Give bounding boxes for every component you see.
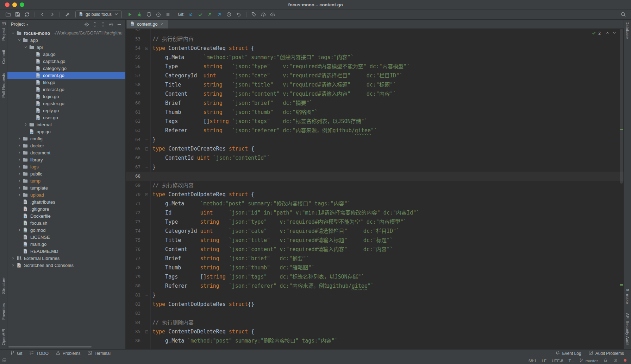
code-line-77[interactable]: 77 Brief string `json:"brief" dc:"摘要"` [126,254,624,263]
tree-item-gitattributes[interactable]: .gitattributes [7,198,125,205]
line-number[interactable]: 72 [126,208,143,217]
toolwindow-button-structure[interactable]: Structure [1,277,6,294]
tree-item-app[interactable]: app [7,37,125,44]
code-line-69[interactable]: 69// 执行修改内容 [126,181,624,190]
git-branch-widget[interactable]: master [579,358,598,363]
open-file-icon[interactable] [4,11,12,19]
code-line-57[interactable]: 57 CategoryId uint `json:"cate" v:"requi… [126,71,624,80]
chevron-right-icon[interactable] [17,178,22,184]
line-number[interactable]: 66 [126,153,143,162]
toolwindow-button-make[interactable]: Mmake [625,287,630,304]
line-number[interactable]: 83 [126,309,143,318]
tree-item-user-go[interactable]: gouser.go [7,114,125,121]
tree-item-template[interactable]: template [7,184,125,191]
toolwindow-button-favorites[interactable]: Favorites [1,303,6,320]
stop-icon[interactable] [163,11,172,19]
code-editor[interactable]: 5253// 执行创建内容54type ContentDoCreateReq s… [126,29,624,349]
line-number[interactable]: 59 [126,89,143,98]
code-line-84[interactable]: 84// 执行删除内容 [126,318,624,327]
code-line-53[interactable]: 53// 执行创建内容 [126,34,624,44]
line-number[interactable]: 61 [126,108,143,117]
tree-item-external-libraries[interactable]: External Libraries [7,255,125,262]
line-number[interactable]: 76 [126,245,143,254]
tree-item-reply-go[interactable]: goreply.go [7,107,125,114]
tree-item-scratches-and-consoles[interactable]: Scratches and Consoles [7,262,125,269]
expand-all-icon[interactable] [91,21,99,28]
toolwindow-button-problems[interactable]: Problems [52,350,84,357]
line-number[interactable]: 82 [126,300,143,309]
outgoing-commits-icon[interactable] [269,11,277,19]
typo-stripe-mark[interactable] [620,129,623,130]
line-number[interactable]: 53 [126,34,143,44]
tree-item-api-go[interactable]: goapi.go [7,51,125,58]
collapse-all-icon[interactable] [99,21,107,28]
code-line-73[interactable]: 73 Type string `json:"type" v:"required#… [126,217,624,226]
chevron-right-icon[interactable] [17,150,22,155]
hide-panel-icon[interactable] [115,21,123,28]
chevron-right-icon[interactable] [17,164,22,170]
fold-marker-icon[interactable] [143,44,150,53]
incoming-commits-icon[interactable] [259,11,268,19]
line-number[interactable]: 69 [126,181,143,190]
toolwindow-button-database[interactable]: Database [625,21,630,39]
chevron-right-icon[interactable] [10,262,16,268]
line-number[interactable]: 84 [126,318,143,327]
line-number[interactable]: 64 [126,135,143,144]
line-number[interactable]: 63 [126,126,143,135]
run-config-select[interactable]: go go build focus [75,11,122,18]
back-icon[interactable] [38,11,47,19]
tree-item-document[interactable]: document [7,149,125,156]
inspections-widget[interactable]: 2 [592,31,617,36]
indent-style[interactable]: T... [569,359,574,363]
chevron-down-icon[interactable] [10,30,16,36]
lock-icon[interactable] [603,358,608,363]
line-number[interactable]: 56 [126,62,143,71]
update-project-icon[interactable] [187,11,195,19]
toolwindow-button-terminal[interactable]: Terminal [84,350,114,357]
line-number[interactable]: 75 [126,236,143,245]
push-icon[interactable] [206,11,214,19]
fold-marker-icon[interactable] [143,190,150,199]
code-line-75[interactable]: 75 Title string `json:"title" v:"require… [126,236,624,245]
chevron-right-icon[interactable] [17,185,22,191]
tree-item-public[interactable]: public [7,170,125,177]
tree-item-upload[interactable]: upload [7,191,125,198]
line-number[interactable]: 55 [126,53,143,62]
code-line-74[interactable]: 74 CategoryId uint `json:"cate" v:"requi… [126,226,624,236]
chevron-right-icon[interactable] [17,143,22,148]
code-line-81[interactable]: 81} [126,290,624,300]
tree-item-login-go[interactable]: gologin.go [7,93,125,100]
chevron-right-icon[interactable] [17,192,22,198]
line-number[interactable]: 62 [126,117,143,126]
code-line-67[interactable]: 67} [126,162,624,172]
tree-item-library[interactable]: library [7,156,125,163]
chevron-down-icon[interactable] [17,37,22,43]
line-number[interactable]: 68 [126,172,143,181]
rollback-icon[interactable] [234,11,243,19]
line-number[interactable]: 58 [126,80,143,89]
tree-item-register-go[interactable]: goregister.go [7,100,125,107]
tree-item-internal[interactable]: internal [7,121,125,128]
code-line-66[interactable]: 66 ContentId uint `json:"contentId"` [126,153,624,162]
run-icon[interactable] [125,11,134,19]
code-line-60[interactable]: 60 Brief string `json:"brief" dc:"摘要"` [126,98,624,108]
toolwindow-button-pull-requests[interactable]: Pull Requests [1,73,6,98]
code-line-80[interactable]: 80 Referer string `json:"referer" dc:"内容… [126,281,624,290]
line-number[interactable]: 81 [126,290,143,300]
file-encoding[interactable]: UTF-8 [552,359,563,363]
code-line-54[interactable]: 54type ContentDoCreateReq struct { [126,44,624,53]
code-line-56[interactable]: 56 Type string `json:"type" v:"required#… [126,62,624,71]
build-icon[interactable] [63,11,72,19]
next-problem-icon[interactable] [612,31,617,36]
toolwindow-button-project[interactable]: Project [1,21,6,41]
tree-item-go-mod[interactable]: gogo.mod [7,226,125,234]
prev-problem-icon[interactable] [605,31,610,36]
fold-marker-icon[interactable] [143,290,150,300]
debug-icon[interactable] [135,11,144,19]
commit-icon[interactable] [196,11,205,19]
line-number[interactable]: 70 [126,190,143,199]
line-number[interactable]: 73 [126,217,143,226]
tree-item-gitignore[interactable]: .gitignore [7,205,125,212]
line-number[interactable]: 65 [126,144,143,153]
fold-marker-icon[interactable] [143,327,150,336]
